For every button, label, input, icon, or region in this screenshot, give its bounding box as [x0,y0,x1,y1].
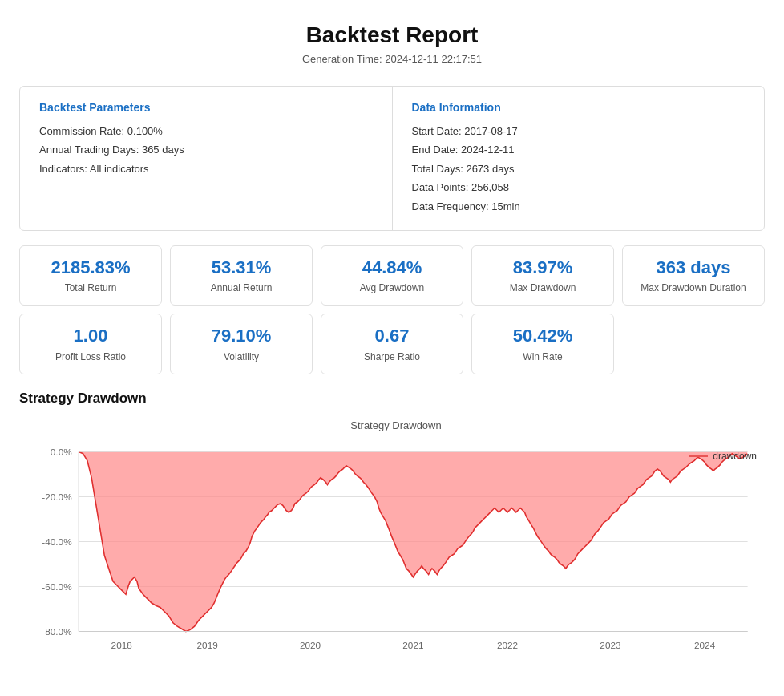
metric-card-row1-0: 2185.83% Total Return [19,245,162,306]
metric-card-row1-4: 363 days Max Drawdown Duration [622,245,765,306]
metrics-row1: 2185.83% Total Return 53.31% Annual Retu… [19,245,765,306]
data-info-box: Data Information Start Date: 2017-08-17 … [392,87,765,230]
metric-value: 363 days [632,257,754,278]
metric-label: Sharpe Ratio [331,351,453,362]
svg-text:-80.0%: -80.0% [42,626,72,637]
svg-text:2023: 2023 [600,640,621,651]
data-info-title: Data Information [412,101,746,114]
chart-title: Strategy Drawdown [27,419,765,431]
metric-label: Win Rate [482,351,604,362]
chart-legend: drawdown [689,451,757,462]
total-days: Total Days: 2673 days [412,160,746,178]
indicators: Indicators: All indicators [39,160,373,178]
metric-card-row1-2: 44.84% Avg Drawdown [321,245,463,306]
legend-label: drawdown [713,451,757,462]
metric-value: 0.67 [331,326,453,346]
metric-label: Total Return [30,282,152,293]
page-header: Backtest Report Generation Time: 2024-12… [0,0,784,71]
backtest-params-title: Backtest Parameters [39,101,373,114]
end-date: End Date: 2024-12-11 [412,140,746,159]
metric-card-row2-1: 79.10% Volatility [170,314,313,374]
metric-card-row1-1: 53.31% Annual Return [170,245,313,306]
metric-value: 83.97% [482,257,604,278]
metric-card-row2-3: 50.42% Win Rate [471,314,614,374]
svg-text:2021: 2021 [402,640,423,651]
svg-text:2018: 2018 [111,640,133,651]
svg-text:0.0%: 0.0% [51,447,72,458]
svg-text:2022: 2022 [497,640,518,651]
metric-value: 79.10% [180,326,302,346]
svg-text:-60.0%: -60.0% [42,581,72,593]
data-points: Data Points: 256,058 [412,178,746,196]
metric-label: Max Drawdown [482,282,604,293]
start-date: Start Date: 2017-08-17 [412,122,746,140]
metric-card-row2-2: 0.67 Sharpe Ratio [321,314,463,374]
metric-value: 44.84% [331,257,453,278]
data-frequency: Data Frequency: 15min [412,197,746,216]
metric-card-row2-4 [622,314,765,374]
metric-value: 2185.83% [30,257,152,278]
metric-label: Avg Drawdown [331,282,453,293]
backtest-params-box: Backtest Parameters Commission Rate: 0.1… [20,87,392,230]
drawdown-section-title: Strategy Drawdown [19,390,765,407]
svg-text:-20.0%: -20.0% [42,492,72,503]
metric-value: 50.42% [482,326,604,346]
params-section: Backtest Parameters Commission Rate: 0.1… [19,86,765,231]
metric-card-row1-3: 83.97% Max Drawdown [471,245,614,306]
svg-text:2024: 2024 [694,640,716,651]
chart-container: Strategy Drawdown 0.0% -20.0% -40.0% -60… [19,411,765,668]
metric-card-row2-0: 1.00 Profit Loss Ratio [19,314,162,374]
chart-area: 0.0% -20.0% -40.0% -60.0% -80.0% 2018 20… [27,435,765,659]
metric-label: Annual Return [180,282,302,293]
metric-value: 1.00 [30,326,152,346]
drawdown-svg: 0.0% -20.0% -40.0% -60.0% -80.0% 2018 20… [27,435,765,659]
legend-line-icon [689,455,708,457]
metric-label: Profit Loss Ratio [30,351,152,362]
metric-label: Volatility [180,351,302,362]
svg-text:2019: 2019 [197,640,218,651]
metrics-row2: 1.00 Profit Loss Ratio 79.10% Volatility… [19,314,765,374]
generation-time: Generation Time: 2024-12-11 22:17:51 [16,53,768,65]
metric-value: 53.31% [180,257,302,278]
trading-days: Annual Trading Days: 365 days [39,140,373,159]
svg-text:-40.0%: -40.0% [42,536,72,548]
metric-label: Max Drawdown Duration [632,282,754,293]
page-title: Backtest Report [16,22,768,48]
commission-rate: Commission Rate: 0.100% [39,122,373,140]
svg-text:2020: 2020 [300,640,321,651]
